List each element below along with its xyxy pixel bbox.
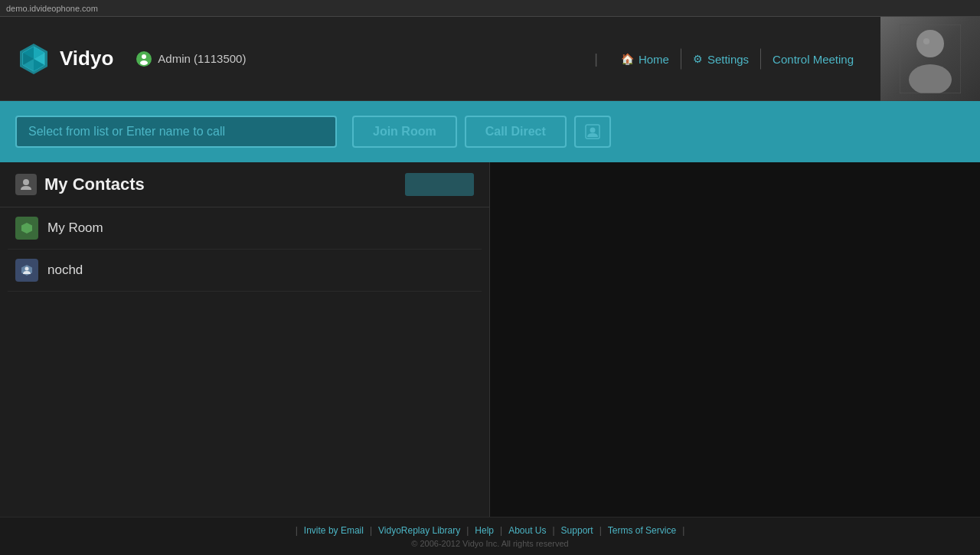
nav-home-label: Home (639, 52, 669, 65)
footer-sep-6: | (682, 525, 684, 536)
footer-link-help[interactable]: Help (469, 525, 500, 536)
contact-list: My Room nochd (0, 207, 489, 292)
nav-settings[interactable]: ⚙ Settings (681, 48, 761, 69)
nav-settings-label: Settings (707, 52, 749, 65)
contact-name-my-room: My Room (47, 220, 103, 236)
footer-link-about[interactable]: About Us (502, 525, 552, 536)
nav-control-meeting-label: Control Meeting (773, 52, 854, 65)
svg-point-10 (916, 30, 944, 57)
app-container: Vidyo Admin (1113500) | 🏠 Home ⚙ Setting… (0, 17, 980, 555)
footer-link-replay[interactable]: VidyoReplay Library (372, 525, 466, 536)
nav-separator: | (594, 51, 598, 67)
home-icon: 🏠 (621, 53, 634, 65)
contacts-list-icon (15, 174, 37, 195)
video-person-silhouette (900, 24, 961, 93)
contacts-header: My Contacts (0, 162, 489, 207)
browser-bar: demo.idvideophone.com (0, 0, 980, 17)
svg-point-15 (590, 128, 595, 133)
contact-item-my-room[interactable]: My Room (8, 207, 482, 250)
call-direct-button[interactable]: Call Direct (465, 116, 567, 148)
contacts-icon-button[interactable] (574, 116, 611, 148)
search-input-wrapper (15, 116, 337, 148)
svg-point-8 (142, 54, 146, 59)
footer-link-tos[interactable]: Terms of Service (602, 525, 682, 536)
search-input[interactable] (15, 116, 337, 148)
user-avatar-icon (136, 51, 152, 67)
header: Vidyo Admin (1113500) | 🏠 Home ⚙ Setting… (0, 17, 980, 101)
video-preview (880, 17, 980, 101)
video-preview-inner (880, 17, 980, 101)
contact-item-nochd[interactable]: nochd (8, 250, 482, 292)
browser-url: demo.idvideophone.com (6, 4, 98, 13)
nochd-icon (15, 259, 38, 282)
footer-links: | Invite by Email | VidyoReplay Library … (296, 525, 685, 536)
contact-name-nochd: nochd (47, 263, 83, 278)
svg-point-12 (923, 38, 929, 44)
user-name: Admin (1113500) (158, 52, 246, 65)
nochd-user-icon (20, 263, 34, 277)
svg-point-16 (23, 179, 29, 185)
search-bar-area: Join Room Call Direct (0, 101, 980, 162)
svg-point-19 (25, 267, 29, 271)
main-content: My Contacts My Room (0, 162, 980, 517)
left-panel: My Contacts My Room (0, 162, 490, 517)
person-add-icon (584, 123, 601, 140)
footer: | Invite by Email | VidyoReplay Library … (0, 517, 980, 555)
footer-copyright: © 2006-2012 Vidyo Inc. All rights reserv… (411, 539, 568, 548)
user-info: Admin (1113500) (136, 51, 246, 67)
logo-text: Vidyo (60, 47, 113, 70)
nav-control-meeting[interactable]: Control Meeting (761, 48, 865, 69)
nav-home[interactable]: 🏠 Home (609, 48, 681, 69)
right-panel (490, 162, 980, 517)
svg-marker-17 (21, 223, 32, 233)
logo-area: Vidyo (15, 41, 113, 77)
svg-point-11 (909, 64, 952, 93)
action-buttons: Join Room Call Direct (352, 116, 611, 148)
contacts-icon-svg (19, 178, 33, 191)
vidyo-logo-icon (15, 41, 52, 77)
footer-link-invite[interactable]: Invite by Email (298, 525, 370, 536)
room-hexagon-icon (20, 221, 34, 235)
contacts-title: My Contacts (44, 175, 145, 194)
search-contacts-area (405, 173, 474, 196)
nav-area: | 🏠 Home ⚙ Settings Control Meeting (594, 48, 865, 69)
svg-point-9 (140, 60, 148, 65)
join-room-button[interactable]: Join Room (352, 116, 457, 148)
gear-icon: ⚙ (693, 53, 703, 65)
room-icon (15, 217, 38, 240)
footer-link-support[interactable]: Support (555, 525, 599, 536)
